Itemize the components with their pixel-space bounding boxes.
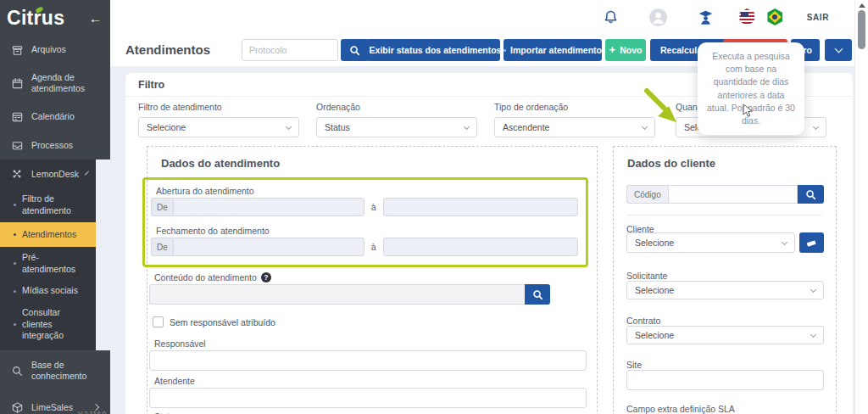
sidebar-item-processos[interactable]: Processos (0, 131, 110, 159)
notifications-button[interactable] (603, 9, 619, 25)
bullet-icon (14, 262, 16, 265)
sidebar-subitem-midias-sociais[interactable]: Mídias sociais (0, 280, 96, 302)
content-search-input[interactable] (149, 284, 525, 305)
chevron-down-icon (464, 123, 470, 129)
user-avatar[interactable] (649, 8, 667, 26)
content-label-text: Conteúdo do atendimento (154, 272, 257, 283)
client-select[interactable]: Selecione (626, 232, 795, 253)
filter-atendimento-select[interactable]: Selecione (138, 117, 299, 137)
brand-logo: Citrus (7, 8, 64, 28)
sla-label: Campo extra definição SLA (626, 404, 735, 414)
sidebar-collapse-icon[interactable]: ← (89, 12, 102, 25)
sidebar-subitem-atendimentos[interactable]: Atendimentos (0, 222, 96, 248)
ordenacao-select[interactable]: Status (316, 117, 477, 137)
client-code-row: Código (626, 185, 824, 204)
no-responsible-row: Sem responsável atribuído (153, 316, 275, 327)
select-value: Selecione (635, 285, 674, 295)
processes-icon (10, 138, 24, 152)
from-addon: De (151, 198, 173, 216)
import-button[interactable]: Importar atendimento (504, 39, 602, 61)
recalculate-label: Recalcula (660, 45, 702, 55)
app-root: Citrus ← Arquivos Agenda de atendimentos… (0, 0, 868, 414)
protocol-search-button[interactable] (341, 39, 369, 61)
content-search-row (149, 284, 550, 305)
clear-client-button[interactable] (799, 232, 824, 253)
chevron-down-icon (782, 238, 787, 244)
contract-select[interactable]: Selecione (626, 326, 824, 344)
submenu-gap (96, 159, 110, 350)
actions-dropdown-button[interactable] (825, 39, 852, 61)
new-label: Novo (620, 45, 642, 55)
sidebar-item-agenda[interactable]: Agenda de atendimentos (0, 64, 110, 102)
sidebar-subitem-label: Pré-atendimentos (22, 252, 91, 275)
opening-to-input[interactable] (383, 198, 578, 216)
sidebar-subitem-label: Consultar clientes integração (22, 307, 91, 342)
site-label: Site (626, 360, 642, 370)
lemondesk-submenu: LemonDesk Filtro de atendimento Atendime… (0, 159, 96, 350)
filter-field-label: Tipo de ordenação (494, 102, 655, 112)
to-label: à (371, 242, 376, 252)
responsible-input[interactable] (149, 350, 587, 371)
show-status-label: Exibir status dos atendimentos (370, 45, 502, 55)
sidebar-item-arquivos[interactable]: Arquivos (0, 36, 110, 64)
scroll-up-arrow-icon[interactable] (859, 3, 865, 8)
client-code-search-button[interactable] (798, 185, 824, 204)
protocol-input[interactable] (242, 39, 338, 61)
archive-icon (10, 43, 24, 57)
chevron-down-icon (813, 123, 819, 129)
attendant-label: Atendente (154, 376, 195, 386)
training-button[interactable] (698, 9, 714, 25)
calendar-icon (10, 109, 24, 123)
site-input[interactable] (626, 370, 824, 390)
contract-label: Contrato (626, 316, 660, 326)
show-status-button[interactable]: Exibir status dos atendimentos (366, 39, 500, 61)
closing-from-input[interactable] (173, 238, 364, 256)
opening-from-input[interactable] (173, 198, 364, 216)
attendance-panel-title: Dados do atendimento (161, 157, 280, 170)
closing-label: Fechamento do atendimento (156, 226, 270, 236)
closing-date-row: De à (151, 238, 578, 256)
client-code-input[interactable] (668, 185, 798, 204)
sidebar-item-base-conhecimento[interactable]: Base de conhecimento (0, 352, 110, 389)
scrollbar-thumb[interactable] (858, 10, 865, 49)
logout-button[interactable]: SAIR (807, 13, 829, 22)
no-responsible-checkbox[interactable] (153, 316, 164, 327)
sidebar-item-calendario[interactable]: Calendário (0, 102, 110, 131)
sidebar-subitem-filtro-de-atendimento[interactable]: Filtro de atendimento (0, 188, 96, 221)
sidebar-subitem-consultar-clientes[interactable]: Consultar clientes integração (0, 302, 96, 347)
filter-button-label: ro (804, 45, 813, 55)
sidebar-item-lemondesk[interactable]: LemonDesk (0, 159, 96, 188)
sidebar-subitem-pre-atendimentos[interactable]: Pré-atendimentos (0, 247, 96, 280)
cube-icon (10, 400, 24, 414)
sidebar-item-label: LemonDesk (31, 169, 79, 180)
lemondesk-section: LemonDesk Filtro de atendimento Atendime… (0, 159, 110, 350)
sidebar-item-label: Arquivos (31, 44, 66, 55)
code-addon: Código (626, 185, 668, 204)
brazil-flag-icon[interactable] (767, 8, 783, 25)
client-panel-title: Dados do cliente (627, 157, 715, 170)
new-button[interactable]: + Novo (605, 39, 646, 61)
tipo-ordenacao-select[interactable]: Ascendente (494, 117, 655, 137)
client-select-row: Selecione (626, 232, 824, 253)
sidebar-item-label: Calendário (31, 111, 75, 122)
no-responsible-label: Sem responsável atribuído (170, 317, 275, 327)
divider (626, 215, 822, 215)
help-icon[interactable]: ? (261, 272, 271, 283)
requester-select[interactable]: Selecione (626, 281, 824, 299)
from-addon: De (151, 238, 173, 256)
sidebar-item-label: Processos (31, 140, 73, 151)
us-flag-icon[interactable] (739, 8, 755, 25)
agenda-icon (10, 76, 24, 90)
sidebar-subitem-label: Atendimentos (22, 229, 76, 241)
help-tooltip: Executa a pesquisa com base na quantidad… (698, 42, 804, 135)
chevron-down-icon (834, 45, 843, 53)
closing-to-input[interactable] (383, 238, 578, 256)
attendant-input[interactable] (149, 388, 587, 408)
eraser-icon (806, 238, 817, 248)
bell-icon (603, 9, 619, 25)
select-value: Status (325, 122, 350, 132)
content-search-button[interactable] (525, 284, 550, 305)
scrollbar[interactable] (854, 0, 868, 414)
filter-field-label: Ordenação (316, 102, 477, 112)
bullet-icon (14, 233, 16, 236)
